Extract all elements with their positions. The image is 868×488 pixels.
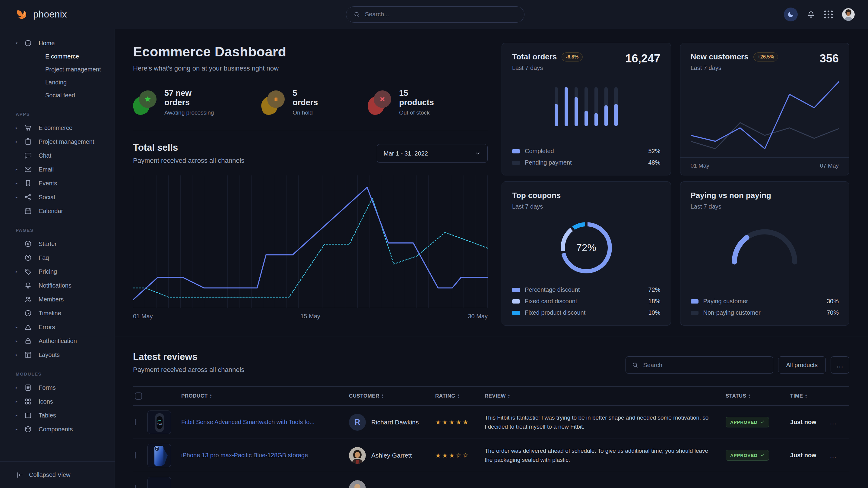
row-more-button[interactable]: ...	[830, 452, 849, 459]
sidebar-item-layouts[interactable]: ▸Layouts	[0, 348, 115, 362]
sidebar-item-faq[interactable]: Faq	[0, 251, 115, 265]
top-coupons-legend: Percentage discount72%Fixed card discoun…	[512, 286, 660, 316]
total-orders-bar-chart[interactable]	[512, 87, 660, 126]
card-period: Last 7 days	[691, 65, 778, 71]
product-cell: iPhone 13 pro max-Pacific Blue-128GB sto…	[181, 452, 349, 459]
brand[interactable]: phoenix	[16, 8, 346, 21]
global-search[interactable]	[346, 6, 525, 23]
legend-value: 18%	[648, 298, 660, 305]
top-coupons-donut-chart[interactable]: 72%	[561, 222, 612, 273]
apps-menu-button[interactable]	[824, 10, 833, 19]
date-range-select[interactable]: Mar 1 - 31, 2022	[377, 144, 488, 163]
warning-icon	[24, 323, 32, 331]
legend-swatch	[691, 311, 699, 315]
sidebar-item-calendar[interactable]: Calendar	[0, 204, 115, 218]
legend-label: Fixed card discount	[525, 298, 577, 305]
reviews-more-button[interactable]: ...	[831, 356, 849, 374]
sidebar-item-errors[interactable]: ▸Errors	[0, 320, 115, 334]
column-header-review[interactable]: REVIEW▴▾	[485, 393, 726, 399]
order-bar	[594, 87, 598, 126]
sidebar-item-authentication[interactable]: ▸Authentication	[0, 334, 115, 348]
legend-item: Non-paying customer70%	[691, 309, 839, 316]
sidebar-item-components[interactable]: ▸Components	[0, 422, 115, 436]
chevron-right-icon: ▸	[16, 139, 24, 144]
product-link[interactable]: iPhone 13 pro max-Pacific Blue-128GB sto…	[181, 452, 317, 458]
column-header-product[interactable]: PRODUCT▴▾	[181, 393, 349, 399]
customer-avatar[interactable]	[349, 480, 366, 488]
column-header-time[interactable]: TIME▴▾	[790, 393, 830, 399]
sort-icon: ▴▾	[382, 394, 383, 398]
sidebar-item-social[interactable]: ▸Social	[0, 190, 115, 204]
all-products-button[interactable]: All products	[778, 356, 826, 374]
home-submenu: E commerceProject managementLandingSocia…	[0, 50, 115, 102]
sidebar-item-project-management[interactable]: ▸Project management	[0, 135, 115, 149]
notifications-button[interactable]	[807, 10, 815, 19]
sidebar-subitem-landing[interactable]: Landing	[0, 76, 115, 89]
sort-icon: ▴▾	[458, 394, 459, 398]
select-all-cell	[133, 392, 148, 400]
total-orders-card: Total orders -6.8% Last 7 days 16,247 Co…	[501, 43, 671, 175]
stat-icon-star	[133, 90, 157, 115]
sidebar-item-label: Starter	[39, 240, 57, 248]
right-column: Total orders -6.8% Last 7 days 16,247 Co…	[501, 43, 849, 336]
sidebar-item-email[interactable]: ▸Email	[0, 162, 115, 176]
card-title: Paying vs non paying	[691, 191, 771, 200]
series-previous	[691, 123, 839, 149]
product-thumbnail[interactable]: 7:48	[148, 411, 171, 434]
customer-avatar[interactable]	[349, 447, 366, 464]
sidebar-item-timeline[interactable]: Timeline	[0, 306, 115, 320]
sidebar-item-tables[interactable]: ▸Tables	[0, 409, 115, 422]
sidebar-item-label: Landing	[45, 79, 67, 86]
product-link[interactable]: Fitbit Sense Advanced Smartwatch with To…	[181, 419, 323, 425]
paying-gauge-chart[interactable]	[691, 223, 839, 265]
column-header-status[interactable]: STATUS▴▾	[726, 393, 790, 399]
sidebar-subitem-social-feed[interactable]: Social feed	[0, 89, 115, 102]
new-customers-line-chart[interactable]	[691, 79, 839, 153]
sidebar-subitem-e-commerce[interactable]: E commerce	[0, 50, 115, 63]
row-more-button[interactable]: ...	[830, 418, 849, 426]
product-thumbnail[interactable]	[148, 444, 171, 467]
clipboard-icon	[24, 138, 32, 145]
sidebar-item-members[interactable]: Members	[0, 292, 115, 306]
total-sells-chart[interactable]	[133, 175, 488, 308]
legend-swatch	[512, 299, 520, 303]
sidebar-item-starter[interactable]: Starter	[0, 237, 115, 251]
sidebar-item-events[interactable]: ▸Events	[0, 176, 115, 190]
x-tick: 01 May	[133, 313, 153, 320]
sidebar-item-forms[interactable]: ▸Forms	[0, 381, 115, 395]
user-avatar[interactable]	[842, 8, 855, 21]
card-title: Total orders	[512, 52, 557, 62]
sidebar-item-pricing[interactable]: ▸Pricing	[0, 265, 115, 279]
chevron-right-icon: ▸	[16, 399, 24, 403]
stat-text: 15 productsOut of stock	[399, 89, 442, 116]
select-all-checkbox[interactable]	[135, 392, 142, 400]
sidebar-item-e-commerce[interactable]: ▸E commerce	[0, 121, 115, 135]
row-checkbox[interactable]	[135, 452, 136, 458]
customer-avatar-initial[interactable]: R	[349, 414, 366, 431]
stat-value: 5 orders	[292, 89, 322, 107]
global-search-input[interactable]	[364, 10, 517, 18]
x-icon	[374, 90, 391, 108]
sidebar-footer-label: Collapsed View	[29, 471, 70, 478]
total-sells-title: Total sells	[133, 142, 244, 153]
calendar-icon	[24, 207, 32, 215]
product-thumbnail[interactable]	[148, 477, 171, 488]
time-cell: Just now	[790, 419, 830, 426]
row-checkbox[interactable]	[135, 419, 136, 425]
reviews-search[interactable]	[625, 356, 773, 374]
dark-mode-toggle[interactable]	[784, 7, 798, 22]
row-checkbox[interactable]	[135, 485, 136, 488]
donut-center-value: 72%	[561, 222, 612, 273]
total-sells-header: Total sells Payment received across all …	[133, 142, 488, 165]
sidebar-item-icons[interactable]: ▸Icons	[0, 395, 115, 409]
sidebar-item-notifications[interactable]: Notifications	[0, 279, 115, 292]
reviews-table-body: 7:48Fitbit Sense Advanced Smartwatch wit…	[133, 406, 849, 488]
sidebar-item-home[interactable]: ▾Home	[0, 36, 115, 50]
reviews-search-input[interactable]	[643, 361, 767, 369]
column-header-rating[interactable]: RATING▴▾	[435, 393, 485, 399]
sidebar-item-chat[interactable]: Chat	[0, 149, 115, 162]
column-header-customer[interactable]: CUSTOMER▴▾	[349, 393, 435, 399]
sidebar-subitem-project-management[interactable]: Project management	[0, 63, 115, 76]
sidebar-collapse-toggle[interactable]: Collapsed View	[0, 461, 115, 488]
legend-swatch	[512, 288, 520, 292]
